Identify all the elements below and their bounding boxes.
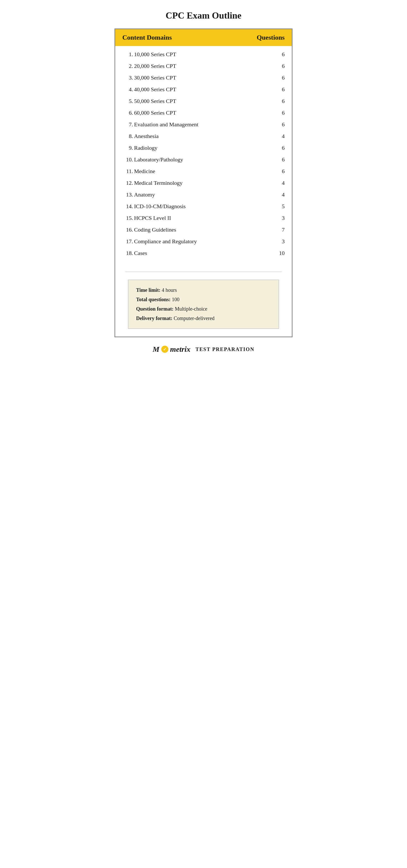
row-label: 9. Radiology (120, 145, 157, 151)
row-questions: 6 (282, 74, 285, 81)
info-question-format: Question format: Multiple-choice (136, 306, 271, 312)
row-number: 3. (120, 74, 133, 81)
table-row: 14. ICD-10-CM/Diagnosis5 (115, 200, 292, 212)
table-row: 12. Medical Terminology4 (115, 177, 292, 189)
row-text: 20,000 Series CPT (134, 63, 176, 69)
table-row: 15. HCPCS Level II3 (115, 212, 292, 224)
row-number: 8. (120, 133, 133, 140)
row-questions: 6 (282, 51, 285, 58)
table-row: 13. Anatomy4 (115, 189, 292, 200)
row-number: 11. (120, 168, 133, 175)
row-label: 3. 30,000 Series CPT (120, 74, 176, 81)
row-questions: 5 (282, 203, 285, 210)
row-number: 5. (120, 98, 133, 104)
row-number: 18. (120, 250, 133, 256)
content-table: Content Domains Questions 1. 10,000 Seri… (114, 28, 293, 337)
row-questions: 3 (282, 238, 285, 245)
table-row: 17. Compliance and Regulatory3 (115, 236, 292, 247)
row-number: 12. (120, 180, 133, 186)
info-delivery-format: Delivery format: Computer-delivered (136, 315, 271, 321)
info-box: Time limit: 4 hours Total questions: 100… (128, 280, 279, 329)
table-row: 5. 50,000 Series CPT6 (115, 95, 292, 107)
row-label: 18. Cases (120, 250, 147, 256)
row-text: Medicine (134, 168, 155, 175)
row-questions: 6 (282, 86, 285, 93)
row-label: 10. Laboratory/Pathology (120, 156, 183, 163)
row-questions: 4 (282, 180, 285, 186)
table-row: 3. 30,000 Series CPT6 (115, 72, 292, 84)
checkmark-icon: ✓ (163, 347, 166, 352)
table-row: 2. 20,000 Series CPT6 (115, 60, 292, 72)
row-questions: 4 (282, 191, 285, 198)
table-body: 1. 10,000 Series CPT62. 20,000 Series CP… (115, 46, 292, 267)
row-questions: 6 (282, 98, 285, 104)
row-text: 40,000 Series CPT (134, 86, 176, 93)
row-number: 10. (120, 156, 133, 163)
row-text: ICD-10-CM/Diagnosis (134, 203, 186, 210)
row-questions: 3 (282, 215, 285, 221)
row-questions: 6 (282, 156, 285, 163)
info-label-3: Delivery format: (136, 315, 172, 321)
row-text: Coding Guidelines (134, 226, 176, 233)
row-questions: 7 (282, 226, 285, 233)
row-text: 60,000 Series CPT (134, 110, 176, 116)
info-label-2: Question format: (136, 306, 173, 312)
row-number: 2. (120, 63, 133, 69)
row-label: 8. Anesthesia (120, 133, 159, 140)
row-number: 14. (120, 203, 133, 210)
row-label: 13. Anatomy (120, 191, 155, 198)
row-label: 14. ICD-10-CM/Diagnosis (120, 203, 186, 210)
row-label: 2. 20,000 Series CPT (120, 63, 176, 69)
row-text: 30,000 Series CPT (134, 74, 176, 81)
row-text: 10,000 Series CPT (134, 51, 176, 58)
row-questions: 6 (282, 121, 285, 128)
row-number: 15. (120, 215, 133, 221)
row-label: 12. Medical Terminology (120, 180, 183, 186)
row-questions: 6 (282, 63, 285, 69)
row-label: 11. Medicine (120, 168, 155, 175)
row-text: Compliance and Regulatory (134, 238, 197, 245)
logo-icon: ✓ (161, 346, 168, 353)
info-label-0: Time limit: (136, 287, 161, 293)
row-label: 7. Evaluation and Management (120, 121, 198, 128)
row-questions: 10 (279, 250, 285, 256)
row-label: 4. 40,000 Series CPT (120, 86, 176, 93)
row-number: 1. (120, 51, 133, 58)
row-label: 17. Compliance and Regulatory (120, 238, 197, 245)
row-text: Radiology (134, 145, 157, 151)
row-number: 7. (120, 121, 133, 128)
table-row: 8. Anesthesia4 (115, 130, 292, 142)
row-text: Anesthesia (134, 133, 159, 140)
row-text: Cases (134, 250, 147, 256)
info-label-1: Total questions: (136, 297, 170, 302)
row-number: 16. (120, 226, 133, 233)
row-label: 16. Coding Guidelines (120, 226, 176, 233)
table-row: 18. Cases10 (115, 247, 292, 259)
row-number: 17. (120, 238, 133, 245)
footer: M ✓ metrix TEST PREPARATION (114, 345, 293, 353)
table-row: 7. Evaluation and Management6 (115, 119, 292, 130)
header-content-domains: Content Domains (122, 34, 172, 41)
divider (125, 272, 282, 272)
row-number: 6. (120, 110, 133, 116)
table-header: Content Domains Questions (115, 29, 292, 46)
row-questions: 4 (282, 133, 285, 140)
row-number: 4. (120, 86, 133, 93)
header-questions: Questions (257, 34, 285, 41)
footer-brand: M (153, 345, 159, 353)
table-row: 1. 10,000 Series CPT6 (115, 49, 292, 60)
row-questions: 6 (282, 145, 285, 151)
row-text: 50,000 Series CPT (134, 98, 176, 104)
footer-tagline: TEST PREPARATION (196, 346, 254, 352)
info-time-limit: Time limit: 4 hours (136, 287, 271, 293)
row-number: 13. (120, 191, 133, 198)
row-text: Laboratory/Pathology (134, 156, 183, 163)
table-row: 4. 40,000 Series CPT6 (115, 84, 292, 95)
row-label: 6. 60,000 Series CPT (120, 110, 176, 116)
table-row: 10. Laboratory/Pathology6 (115, 154, 292, 165)
row-text: HCPCS Level II (134, 215, 171, 221)
table-row: 16. Coding Guidelines7 (115, 224, 292, 236)
row-label: 5. 50,000 Series CPT (120, 98, 176, 104)
row-text: Medical Terminology (134, 180, 183, 186)
row-label: 1. 10,000 Series CPT (120, 51, 176, 58)
